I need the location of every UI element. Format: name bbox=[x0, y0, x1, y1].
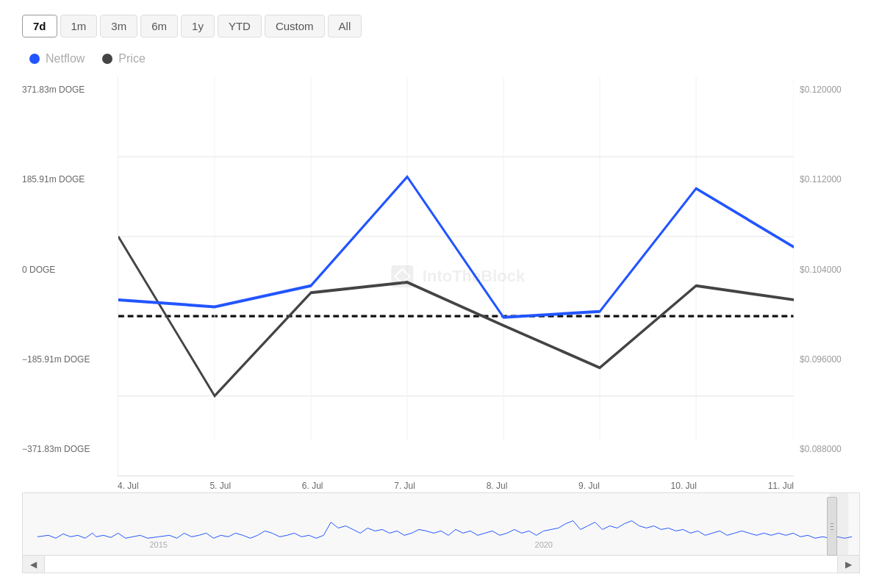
mini-nav: ◀ ▶ bbox=[23, 555, 859, 573]
legend: Netflow Price bbox=[22, 52, 860, 65]
time-btn-1m[interactable]: 1m bbox=[60, 15, 98, 37]
main-chart-area: IntoTheBlock bbox=[118, 77, 794, 476]
time-btn-1y[interactable]: 1y bbox=[181, 15, 215, 37]
time-btn-custom[interactable]: Custom bbox=[265, 15, 325, 37]
x-label-2: 6. Jul bbox=[302, 481, 323, 491]
handle-line bbox=[831, 529, 833, 530]
y-axis-right: $0.120000 $0.112000 $0.104000 $0.096000 … bbox=[794, 77, 860, 476]
y-label-right-4: $0.088000 bbox=[800, 444, 860, 454]
app-container: 7d1m3m6m1yYTDCustomAll Netflow Price 371… bbox=[0, 0, 882, 588]
mini-chart-container: 2015 2020 ◀ ▶ bbox=[22, 492, 860, 573]
y-label-0: 371.83m DOGE bbox=[22, 85, 118, 95]
x-label-7: 11. Jul bbox=[768, 481, 794, 491]
y-label-2: 0 DOGE bbox=[22, 265, 118, 275]
time-btn-ytd[interactable]: YTD bbox=[218, 15, 262, 37]
handle-line bbox=[831, 523, 833, 524]
handle-line bbox=[831, 526, 833, 527]
mini-chart-svg: 2015 2020 bbox=[23, 493, 859, 555]
nav-spacer bbox=[45, 556, 837, 573]
y-label-right-3: $0.096000 bbox=[800, 354, 860, 365]
scroll-right-button[interactable]: ▶ bbox=[837, 556, 859, 573]
y-label-3: −185.91m DOGE bbox=[22, 354, 118, 365]
main-chart-svg bbox=[118, 77, 794, 476]
netflow-dot bbox=[29, 54, 40, 64]
x-label-5: 9. Jul bbox=[578, 481, 600, 491]
svg-rect-13 bbox=[23, 493, 859, 555]
chart-wrapper: 371.83m DOGE 185.91m DOGE 0 DOGE −185.91… bbox=[22, 77, 860, 573]
price-dot bbox=[102, 54, 112, 64]
y-label-1: 185.91m DOGE bbox=[22, 174, 118, 184]
x-label-0: 4. Jul bbox=[118, 481, 139, 491]
price-label: Price bbox=[118, 52, 145, 65]
legend-netflow: Netflow bbox=[29, 52, 85, 65]
handle-lines bbox=[831, 523, 833, 530]
y-axis-left: 371.83m DOGE 185.91m DOGE 0 DOGE −185.91… bbox=[22, 77, 118, 476]
y-label-right-0: $0.120000 bbox=[800, 85, 860, 95]
y-label-right-1: $0.112000 bbox=[800, 174, 860, 184]
x-label-1: 5. Jul bbox=[209, 481, 231, 491]
scroll-left-button[interactable]: ◀ bbox=[23, 556, 45, 573]
netflow-label: Netflow bbox=[46, 52, 85, 65]
time-btn-3m[interactable]: 3m bbox=[100, 15, 137, 37]
y-label-4: −371.83m DOGE bbox=[22, 444, 118, 454]
time-btn-7d[interactable]: 7d bbox=[22, 15, 57, 37]
range-handle[interactable] bbox=[827, 497, 837, 556]
time-btn-6m[interactable]: 6m bbox=[140, 15, 178, 37]
time-btn-all[interactable]: All bbox=[328, 15, 362, 37]
main-chart-container: 371.83m DOGE 185.91m DOGE 0 DOGE −185.91… bbox=[22, 77, 860, 476]
x-label-6: 10. Jul bbox=[671, 481, 697, 491]
x-label-4: 8. Jul bbox=[487, 481, 508, 491]
x-axis: 4. Jul 5. Jul 6. Jul 7. Jul 8. Jul 9. Ju… bbox=[22, 481, 860, 491]
time-controls: 7d1m3m6m1yYTDCustomAll bbox=[22, 15, 860, 37]
y-label-right-2: $0.104000 bbox=[800, 265, 860, 275]
x-label-3: 7. Jul bbox=[394, 481, 415, 491]
svg-text:2020: 2020 bbox=[535, 540, 553, 549]
svg-text:2015: 2015 bbox=[149, 540, 167, 549]
legend-price: Price bbox=[102, 52, 145, 65]
